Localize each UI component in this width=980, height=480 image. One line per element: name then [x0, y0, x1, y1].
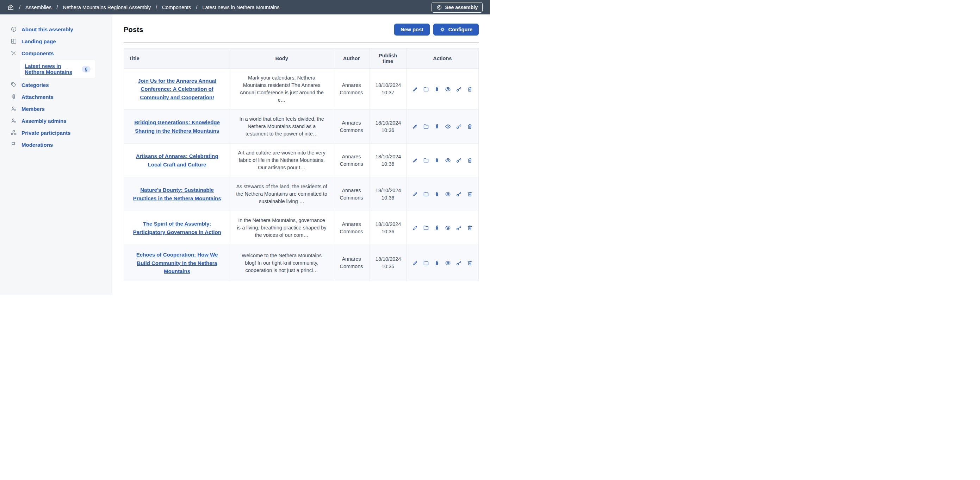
header-divider	[124, 42, 479, 43]
folder-icon[interactable]	[423, 124, 429, 130]
preview-eye-icon[interactable]	[445, 157, 451, 163]
post-title-cell: Join Us for the Annares Annual Conferenc…	[124, 69, 231, 110]
new-post-button[interactable]: New post	[394, 24, 430, 36]
delete-trash-icon[interactable]	[467, 260, 473, 266]
folder-icon[interactable]	[423, 86, 429, 92]
preview-eye-icon[interactable]	[445, 124, 451, 130]
permissions-key-icon[interactable]	[456, 86, 462, 92]
sidebar-item-components[interactable]: Components	[0, 47, 112, 59]
permissions-key-icon[interactable]	[456, 225, 462, 231]
preview-eye-icon[interactable]	[445, 86, 451, 92]
sidebar-item-moderations[interactable]: Moderations	[0, 139, 112, 150]
attachments-icon[interactable]	[434, 124, 440, 130]
permissions-key-icon[interactable]	[456, 191, 462, 197]
attachments-icon[interactable]	[434, 157, 440, 163]
attachments-icon[interactable]	[434, 260, 440, 266]
folder-icon[interactable]	[423, 260, 429, 266]
sidebar-item-landing-page[interactable]: Landing page	[0, 35, 112, 47]
delete-trash-icon[interactable]	[467, 191, 473, 197]
column-header-body: Body	[231, 49, 333, 69]
page-title: Posts	[124, 26, 143, 34]
post-title-link[interactable]: Echoes of Cooperation: How We Build Comm…	[136, 252, 218, 274]
breadcrumb-components[interactable]: Components	[162, 5, 191, 10]
delete-trash-icon[interactable]	[467, 86, 473, 92]
post-actions-cell	[406, 69, 478, 110]
post-actions-cell	[406, 177, 478, 211]
column-header-author: Author	[333, 49, 370, 69]
sidebar-subitem-label[interactable]: Latest news in Nethera Mountains	[25, 63, 78, 75]
attachments-icon[interactable]	[434, 86, 440, 92]
attachments-icon[interactable]	[434, 191, 440, 197]
permissions-key-icon[interactable]	[456, 157, 462, 163]
table-row: Nature’s Bounty: Sustainable Practices i…	[124, 177, 479, 211]
table-row: Artisans of Annares: Celebrating Local C…	[124, 144, 479, 177]
post-title-cell: Nature’s Bounty: Sustainable Practices i…	[124, 177, 231, 211]
delete-trash-icon[interactable]	[467, 157, 473, 163]
new-post-label: New post	[401, 27, 423, 32]
breadcrumb-assemblies[interactable]: Assemblies	[25, 5, 51, 10]
post-title-link[interactable]: The Spirit of the Assembly: Participator…	[133, 221, 221, 235]
info-icon	[11, 26, 17, 32]
post-title-cell: Bridging Generations: Knowledge Sharing …	[124, 110, 231, 144]
see-assembly-button[interactable]: See assembly	[431, 2, 483, 13]
edit-icon[interactable]	[412, 191, 418, 197]
edit-icon[interactable]	[412, 225, 418, 231]
folder-icon[interactable]	[423, 191, 429, 197]
post-title-link[interactable]: Join Us for the Annares Annual Conferenc…	[138, 78, 216, 100]
main-content: Posts New post Configure Title	[112, 14, 490, 295]
post-body-cell: Welcome to the Nethera Mountains blog! I…	[231, 245, 333, 281]
post-publish-time-cell: 18/10/2024 10:36	[369, 144, 406, 177]
post-actions-cell	[406, 144, 478, 177]
breadcrumb-separator: /	[56, 5, 58, 10]
home-icon[interactable]	[7, 4, 14, 11]
post-title-link[interactable]: Nature’s Bounty: Sustainable Practices i…	[133, 187, 221, 201]
post-body-cell: Art and culture are woven into the very …	[231, 144, 333, 177]
edit-icon[interactable]	[412, 157, 418, 163]
post-author-cell: Annares Commons	[333, 177, 370, 211]
sidebar-item-categories[interactable]: Categories	[0, 79, 112, 91]
post-author-cell: Annares Commons	[333, 144, 370, 177]
post-actions-cell	[406, 211, 478, 245]
configure-label: Configure	[449, 27, 473, 32]
sidebar-item-assembly-admins[interactable]: Assembly admins	[0, 115, 112, 127]
post-count-badge[interactable]: 6	[82, 66, 91, 73]
post-title-cell: Echoes of Cooperation: How We Build Comm…	[124, 245, 231, 281]
post-title-cell: Artisans of Annares: Celebrating Local C…	[124, 144, 231, 177]
post-author-cell: Annares Commons	[333, 69, 370, 110]
delete-trash-icon[interactable]	[467, 124, 473, 130]
sidebar-item-attachments[interactable]: Attachments	[0, 91, 112, 103]
post-title-link[interactable]: Artisans of Annares: Celebrating Local C…	[136, 153, 218, 167]
tag-icon	[11, 82, 17, 88]
delete-trash-icon[interactable]	[467, 225, 473, 231]
sidebar-item-label: Moderations	[21, 142, 53, 148]
sidebar-item-private-participants[interactable]: Private participants	[0, 127, 112, 139]
sidebar-item-label: Attachments	[21, 94, 54, 100]
sidebar-item-members[interactable]: Members	[0, 103, 112, 115]
breadcrumb-current-component[interactable]: Latest news in Nethera Mountains	[202, 5, 279, 10]
preview-eye-icon[interactable]	[445, 191, 451, 197]
breadcrumb: / Assemblies / Nethera Mountains Regiona…	[7, 4, 431, 11]
preview-eye-icon[interactable]	[445, 225, 451, 231]
folder-icon[interactable]	[423, 157, 429, 163]
sidebar-item-about[interactable]: About this assembly	[0, 23, 112, 35]
flag-icon	[11, 141, 17, 148]
user-settings-icon	[11, 117, 17, 124]
configure-button[interactable]: Configure	[433, 24, 479, 36]
attachments-icon[interactable]	[434, 225, 440, 231]
sidebar-subitem-latest-news[interactable]: Latest news in Nethera Mountains 6	[20, 60, 95, 78]
post-body-cell: In a world that often feels divided, the…	[231, 110, 333, 144]
user-settings-icon	[11, 106, 17, 112]
permissions-key-icon[interactable]	[456, 260, 462, 266]
permissions-key-icon[interactable]	[456, 124, 462, 130]
table-header-row: Title Body Author Publish time Actions	[124, 49, 479, 69]
folder-icon[interactable]	[423, 225, 429, 231]
breadcrumb-assembly-name[interactable]: Nethera Mountains Regional Assembly	[63, 5, 151, 10]
post-title-link[interactable]: Bridging Generations: Knowledge Sharing …	[134, 119, 220, 133]
tools-icon	[11, 50, 17, 56]
edit-icon[interactable]	[412, 260, 418, 266]
preview-eye-icon[interactable]	[445, 260, 451, 266]
edit-icon[interactable]	[412, 124, 418, 130]
sidebar-item-label: Members	[21, 106, 45, 112]
sidebar-item-label: About this assembly	[21, 26, 73, 32]
edit-icon[interactable]	[412, 86, 418, 92]
